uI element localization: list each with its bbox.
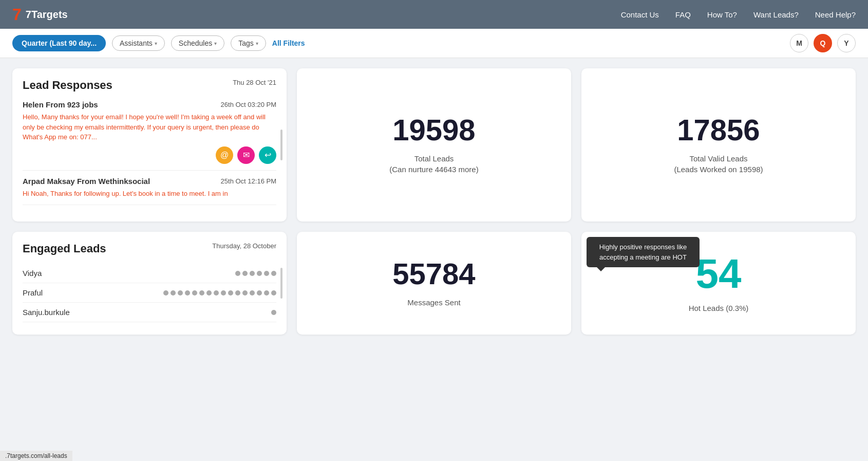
- scrollbar-indicator[interactable]: [280, 130, 282, 160]
- engagement-dot: [214, 290, 219, 296]
- quarter-filter-button[interactable]: Quarter (Last 90 day...: [12, 35, 106, 51]
- messages-sent-label: Messages Sent: [407, 297, 460, 308]
- engaged-item: Praful: [23, 283, 276, 303]
- nav-need-help[interactable]: Need Help?: [815, 10, 856, 19]
- engagement-dot: [178, 290, 183, 296]
- tags-chevron-icon: ▾: [256, 41, 258, 46]
- avatar-y[interactable]: Y: [837, 34, 856, 52]
- lead-preview: Hi Noah, Thanks for following up. Let's …: [23, 189, 276, 199]
- email-action-button[interactable]: ✉: [237, 146, 255, 164]
- engagement-dot: [271, 271, 276, 276]
- engagement-dot: [264, 271, 269, 276]
- tags-filter-button[interactable]: Tags ▾: [231, 35, 266, 51]
- schedules-filter-button[interactable]: Schedules ▾: [171, 35, 224, 51]
- logo-seven-icon: 7: [12, 6, 22, 23]
- all-filters-button[interactable]: All Filters: [272, 39, 305, 47]
- total-leads-card: 19598 Total Leads (Can nurture 44643 mor…: [297, 68, 571, 222]
- total-valid-leads-card: 17856 Total Valid Leads (Leads Worked on…: [581, 68, 856, 222]
- lead-name: Arpad Maksay From Wethinksocial: [23, 177, 150, 186]
- hot-leads-card: Highly positive responses like accepting…: [581, 232, 856, 335]
- assistants-filter-button[interactable]: Assistants ▾: [112, 35, 165, 51]
- engagement-dot: [163, 290, 168, 296]
- engagement-dot: [264, 290, 269, 296]
- at-action-button[interactable]: @: [216, 146, 233, 164]
- messages-sent-number: 55784: [392, 259, 475, 289]
- engaged-name: Sanju.burkule: [23, 308, 84, 317]
- engagement-dot: [242, 271, 248, 276]
- total-leads-label: Total Leads (Can nurture 44643 more): [389, 153, 478, 175]
- header: 7 7Targets Contact Us FAQ How To? Want L…: [0, 0, 868, 29]
- assistants-chevron-icon: ▾: [155, 41, 157, 46]
- engagement-dot: [199, 290, 204, 296]
- dots-container-vidya: [235, 271, 276, 276]
- filter-bar-right: M Q Y: [790, 34, 856, 52]
- lead-item-header: Arpad Maksay From Wethinksocial 25th Oct…: [23, 177, 276, 186]
- tooltip-arrow-icon: [597, 267, 605, 271]
- engaged-leads-date: Thursday, 28 October: [212, 242, 276, 250]
- logo-area: 7 7Targets: [12, 6, 68, 23]
- lead-time: 26th Oct 03:20 PM: [221, 101, 276, 108]
- engaged-name: Praful: [23, 288, 84, 297]
- engaged-leads-title: Engaged Leads: [23, 242, 106, 255]
- engagement-dot: [242, 290, 248, 296]
- main-content: Lead Responses Thu 28 Oct '21 Helen From…: [0, 58, 868, 345]
- engagement-dot: [250, 290, 255, 296]
- nav-faq[interactable]: FAQ: [675, 10, 691, 19]
- engagement-dot: [235, 271, 240, 276]
- total-valid-leads-label: Total Valid Leads (Leads Worked on 19598…: [674, 153, 763, 175]
- total-leads-number: 19598: [392, 115, 475, 145]
- engagement-dot: [221, 290, 226, 296]
- lead-time: 25th Oct 12:16 PM: [221, 177, 276, 185]
- engaged-item: Sanju.burkule: [23, 303, 276, 322]
- total-valid-leads-number: 17856: [677, 115, 760, 145]
- lead-item: Arpad Maksay From Wethinksocial 25th Oct…: [23, 177, 276, 206]
- nav-links: Contact Us FAQ How To? Want Leads? Need …: [621, 10, 856, 19]
- reply-action-button[interactable]: ↩: [259, 146, 276, 164]
- engagement-dot: [206, 290, 212, 296]
- scrollbar-indicator-engaged[interactable]: [280, 268, 282, 299]
- dots-container-praful: [163, 290, 276, 296]
- engagement-dot: [257, 271, 262, 276]
- engagement-dot: [192, 290, 197, 296]
- engagement-dot: [250, 271, 255, 276]
- schedules-chevron-icon: ▾: [214, 41, 217, 46]
- avatar-m[interactable]: M: [790, 34, 808, 52]
- lead-responses-card: Lead Responses Thu 28 Oct '21 Helen From…: [12, 68, 287, 222]
- filter-bar: Quarter (Last 90 day... Assistants ▾ Sch…: [0, 29, 868, 58]
- lead-responses-card-header: Lead Responses Thu 28 Oct '21: [23, 79, 276, 92]
- dots-container-sanju: [271, 310, 276, 315]
- nav-contact[interactable]: Contact Us: [621, 10, 659, 19]
- messages-sent-card: 55784 Messages Sent: [297, 232, 571, 335]
- engagement-dot: [257, 290, 262, 296]
- lead-item: Helen From 923 jobs 26th Oct 03:20 PM He…: [23, 100, 276, 171]
- hot-leads-number: 54: [696, 253, 742, 294]
- nav-howto[interactable]: How To?: [707, 10, 737, 19]
- engagement-dot: [235, 290, 240, 296]
- hot-leads-label: Hot Leads (0.3%): [689, 303, 749, 314]
- engagement-dot: [228, 290, 233, 296]
- engagement-dot: [171, 290, 176, 296]
- hot-leads-tooltip: Highly positive responses like accepting…: [587, 237, 700, 267]
- lead-preview: Hello, Many thanks for your email! I hop…: [23, 112, 276, 142]
- engaged-leads-card: Engaged Leads Thursday, 28 October Vidya…: [12, 232, 287, 335]
- engagement-dot: [271, 310, 276, 315]
- lead-responses-date: Thu 28 Oct '21: [233, 79, 276, 86]
- engagement-dot: [271, 290, 276, 296]
- lead-actions: @ ✉ ↩: [23, 146, 276, 164]
- avatar-q[interactable]: Q: [814, 34, 832, 52]
- lead-name: Helen From 923 jobs: [23, 100, 98, 109]
- lead-item-header: Helen From 923 jobs 26th Oct 03:20 PM: [23, 100, 276, 109]
- engaged-leads-card-header: Engaged Leads Thursday, 28 October: [23, 242, 276, 255]
- engaged-name: Vidya: [23, 269, 84, 278]
- nav-want-leads[interactable]: Want Leads?: [753, 10, 799, 19]
- logo-text: 7Targets: [26, 9, 68, 21]
- engagement-dot: [185, 290, 190, 296]
- lead-responses-title: Lead Responses: [23, 79, 112, 92]
- engaged-item: Vidya: [23, 264, 276, 283]
